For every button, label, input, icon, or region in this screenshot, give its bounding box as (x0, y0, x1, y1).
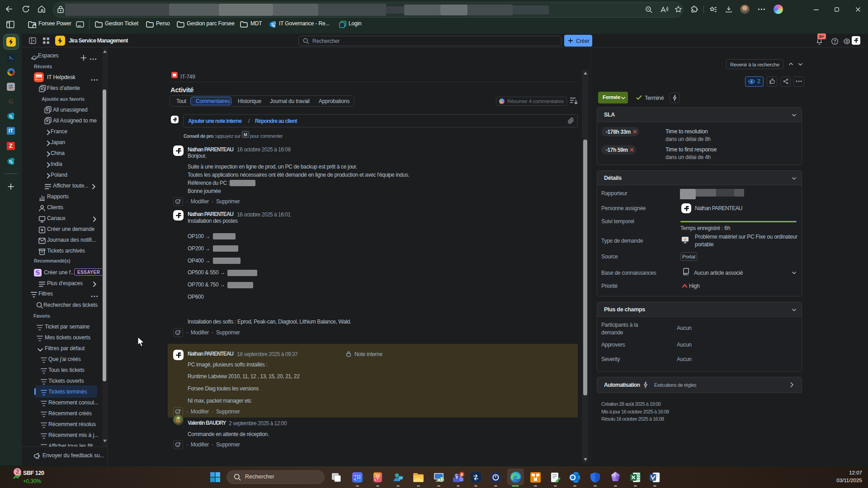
svg-text:6: 6 (461, 472, 463, 477)
svg-text:S: S (271, 22, 274, 27)
svg-text:G: G (9, 98, 14, 105)
svg-text:S: S (9, 159, 11, 164)
svg-text:S: S (9, 113, 11, 118)
